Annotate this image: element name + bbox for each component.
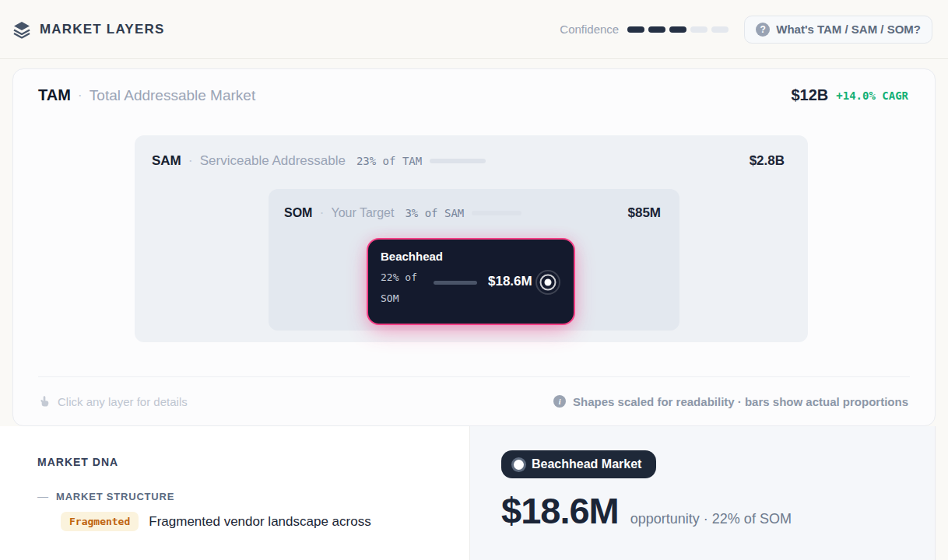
confidence-pill: [669, 26, 686, 33]
som-name: Your Target: [331, 206, 394, 220]
beachhead-value: $18.6M: [488, 274, 532, 289]
fragmented-description: Fragmented vendor landscape across: [149, 514, 370, 530]
question-icon: ?: [756, 23, 770, 37]
tam-layer[interactable]: TAM · Total Addressable Market $12B +14.…: [12, 68, 936, 426]
confidence-label: Confidence: [560, 23, 619, 36]
tam-separator: ·: [78, 87, 83, 103]
tam-cagr: +14.0% CAGR: [836, 89, 908, 102]
confidence-pill: [627, 26, 644, 33]
tam-abbr: TAM: [38, 86, 71, 104]
target-icon: [534, 268, 562, 296]
sam-layer[interactable]: SAM · Serviceable Addressable 23% of TAM…: [135, 135, 808, 342]
click-hint-text: Click any layer for details: [58, 395, 188, 408]
brand: MARKET LAYERS: [12, 20, 164, 39]
tam-value: $12B: [791, 86, 828, 104]
beachhead-label: Beachhead: [381, 250, 563, 263]
som-abbr: SOM: [284, 206, 312, 220]
som-separator: ·: [319, 205, 324, 221]
beachhead-market-pill[interactable]: Beachhead Market: [501, 450, 656, 478]
bottom-section: MARKET DNA — MARKET STRUCTURE Fragmented…: [0, 426, 948, 560]
click-hint: Click any layer for details: [38, 395, 188, 408]
beachhead-share: 22% of SOM: [381, 268, 432, 309]
som-layer[interactable]: SOM · Your Target 3% of SAM $85M Beachhe…: [269, 189, 679, 331]
top-bar: MARKET LAYERS Confidence ? What's TAM / …: [0, 0, 948, 59]
info-icon: i: [553, 395, 566, 408]
section-dash: —: [37, 490, 48, 502]
scale-note: i Shapes scaled for readability · bars s…: [553, 395, 908, 408]
beachhead-share-bar: [434, 281, 477, 285]
dot-icon: [514, 460, 524, 470]
som-share: 3% of SAM: [405, 207, 464, 219]
pointer-icon: [38, 395, 51, 408]
page-title: MARKET LAYERS: [40, 22, 164, 37]
beachhead-layer[interactable]: Beachhead 22% of SOM $18.6M: [367, 238, 575, 325]
fragmented-badge: Fragmented: [61, 512, 139, 531]
confidence-pill: [690, 26, 707, 33]
beachhead-opportunity-caption: opportunity · 22% of SOM: [630, 511, 792, 527]
layers-icon: [12, 20, 31, 39]
scale-note-text: Shapes scaled for readability · bars sho…: [573, 395, 908, 408]
sam-value: $2.8B: [750, 153, 785, 169]
som-value: $85M: [627, 205, 661, 221]
confidence-pill: [711, 26, 729, 33]
beachhead-opportunity-value: $18.6M: [501, 489, 619, 532]
market-dna-panel: MARKET DNA — MARKET STRUCTURE Fragmented…: [0, 426, 470, 560]
sam-share: 23% of TAM: [356, 155, 422, 167]
help-button[interactable]: ? What's TAM / SAM / SOM?: [744, 16, 932, 44]
beachhead-pill-label: Beachhead Market: [532, 457, 641, 471]
beachhead-detail-panel: Beachhead Market $18.6M opportunity · 22…: [470, 426, 936, 560]
sam-share-bar: [430, 159, 486, 163]
sam-name: Serviceable Addressable: [200, 153, 346, 169]
sam-separator: ·: [188, 152, 193, 169]
market-structure-item: Fragmented Fragmented vendor landscape a…: [61, 512, 454, 531]
help-button-label: What's TAM / SAM / SOM?: [776, 23, 921, 36]
tam-header: TAM · Total Addressable Market $12B +14.…: [38, 86, 908, 104]
card-footer: Click any layer for details i Shapes sca…: [38, 377, 908, 425]
topbar-right: Confidence ? What's TAM / SAM / SOM?: [560, 16, 932, 44]
som-header: SOM · Your Target 3% of SAM $85M: [284, 205, 661, 221]
market-structure-heading: — MARKET STRUCTURE: [37, 490, 454, 502]
confidence-indicator: Confidence: [560, 23, 729, 36]
sam-abbr: SAM: [152, 153, 181, 169]
beachhead-value-row: $18.6M opportunity · 22% of SOM: [501, 489, 935, 532]
market-dna-title: MARKET DNA: [37, 456, 454, 468]
sam-header: SAM · Serviceable Addressable 23% of TAM…: [152, 152, 785, 169]
som-share-bar: [472, 211, 521, 215]
market-structure-label: MARKET STRUCTURE: [56, 491, 174, 502]
confidence-pill: [648, 26, 665, 33]
beachhead-row: 22% of SOM $18.6M: [381, 268, 563, 309]
confidence-pills: [627, 26, 729, 33]
tam-name: Total Addressable Market: [90, 87, 255, 104]
